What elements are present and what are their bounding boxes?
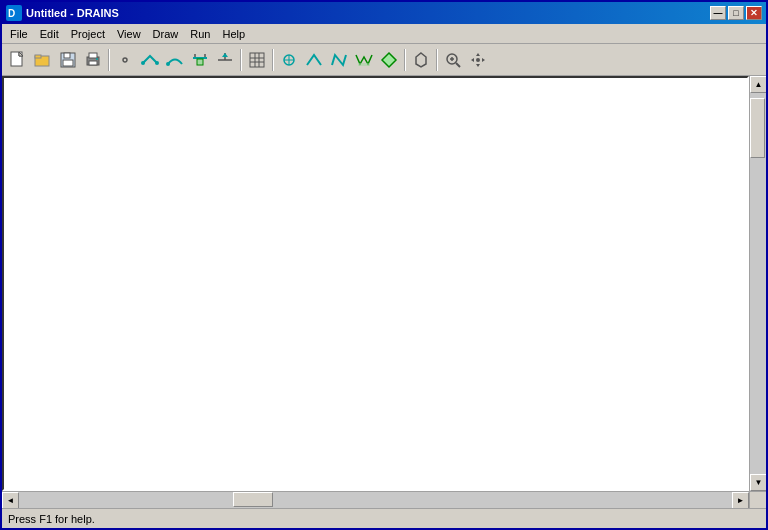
svg-point-12 bbox=[96, 58, 98, 60]
svg-rect-8 bbox=[63, 60, 73, 66]
scroll-down-button[interactable]: ▼ bbox=[750, 474, 766, 491]
pan-icon bbox=[469, 51, 487, 69]
open-button[interactable] bbox=[31, 48, 55, 72]
toolbar bbox=[2, 44, 766, 76]
status-text: Press F1 for help. bbox=[8, 513, 95, 525]
svg-text:D: D bbox=[8, 8, 15, 19]
separator-2 bbox=[240, 49, 242, 71]
pipe2-icon bbox=[305, 51, 323, 69]
save-icon bbox=[59, 51, 77, 69]
open-icon bbox=[34, 51, 52, 69]
svg-point-16 bbox=[166, 62, 170, 66]
svg-line-36 bbox=[456, 63, 460, 67]
weir-button[interactable] bbox=[188, 48, 212, 72]
pipe-button[interactable] bbox=[138, 48, 162, 72]
menu-run[interactable]: Run bbox=[184, 26, 216, 42]
svg-marker-33 bbox=[382, 53, 396, 67]
scrollbar-vertical: ▲ ▼ bbox=[749, 76, 766, 491]
pipe-icon bbox=[141, 51, 159, 69]
svg-point-13 bbox=[123, 58, 127, 62]
zoom-button[interactable] bbox=[441, 48, 465, 72]
scroll-right-button[interactable]: ► bbox=[732, 492, 749, 508]
menu-help[interactable]: Help bbox=[216, 26, 251, 42]
separator-3 bbox=[272, 49, 274, 71]
new-button[interactable] bbox=[6, 48, 30, 72]
svg-rect-32 bbox=[358, 63, 370, 66]
statusbar: Press F1 for help. bbox=[2, 508, 766, 528]
polygon-icon bbox=[412, 51, 430, 69]
svg-marker-23 bbox=[222, 53, 228, 57]
scroll-thumb-h[interactable] bbox=[233, 492, 273, 507]
close-button[interactable]: ✕ bbox=[746, 6, 762, 20]
grid-icon bbox=[248, 51, 266, 69]
pipe2-button[interactable] bbox=[302, 48, 326, 72]
menu-view[interactable]: View bbox=[111, 26, 147, 42]
pan-button[interactable] bbox=[466, 48, 490, 72]
channel-button[interactable] bbox=[163, 48, 187, 72]
svg-rect-18 bbox=[197, 59, 203, 65]
svg-point-14 bbox=[141, 61, 145, 65]
app-icon: D bbox=[6, 5, 22, 21]
canvas[interactable] bbox=[2, 76, 749, 491]
node-icon bbox=[280, 51, 298, 69]
menubar: File Edit Project View Draw Run Help bbox=[2, 24, 766, 44]
pump-button[interactable] bbox=[213, 48, 237, 72]
svg-rect-10 bbox=[89, 53, 97, 58]
save-button[interactable] bbox=[56, 48, 80, 72]
pump-icon bbox=[216, 51, 234, 69]
print-icon bbox=[84, 51, 102, 69]
scrollbar-corner bbox=[749, 492, 766, 508]
curve-icon bbox=[330, 51, 348, 69]
print-button[interactable] bbox=[81, 48, 105, 72]
polygon-button[interactable] bbox=[409, 48, 433, 72]
menu-draw[interactable]: Draw bbox=[147, 26, 185, 42]
separator-5 bbox=[436, 49, 438, 71]
grid-button[interactable] bbox=[245, 48, 269, 72]
maximize-button[interactable]: □ bbox=[728, 6, 744, 20]
weir-icon bbox=[191, 51, 209, 69]
scroll-up-button[interactable]: ▲ bbox=[750, 76, 766, 93]
window-title: Untitled - DRAINS bbox=[26, 7, 710, 19]
svg-point-15 bbox=[155, 61, 159, 65]
point-icon bbox=[116, 51, 134, 69]
minimize-button[interactable]: — bbox=[710, 6, 726, 20]
catchment-button[interactable] bbox=[377, 48, 401, 72]
channel-icon bbox=[166, 51, 184, 69]
svg-point-39 bbox=[476, 58, 480, 62]
zoom-icon bbox=[444, 51, 462, 69]
svg-rect-24 bbox=[250, 53, 264, 67]
node-button[interactable] bbox=[277, 48, 301, 72]
svg-rect-5 bbox=[35, 55, 41, 58]
separator-1 bbox=[108, 49, 110, 71]
point-button[interactable] bbox=[113, 48, 137, 72]
menu-file[interactable]: File bbox=[4, 26, 34, 42]
scrollbar-horizontal-container: ◄ ► bbox=[2, 491, 766, 508]
scroll-track-v[interactable] bbox=[750, 93, 766, 474]
scroll-track-h[interactable] bbox=[19, 492, 732, 508]
main-window: D Untitled - DRAINS — □ ✕ File Edit Proj… bbox=[0, 0, 768, 530]
menu-project[interactable]: Project bbox=[65, 26, 111, 42]
new-icon bbox=[9, 51, 27, 69]
valley-icon bbox=[355, 51, 373, 69]
svg-rect-7 bbox=[64, 53, 70, 58]
titlebar: D Untitled - DRAINS — □ ✕ bbox=[2, 2, 766, 24]
titlebar-buttons: — □ ✕ bbox=[710, 6, 762, 20]
scroll-left-button[interactable]: ◄ bbox=[2, 492, 19, 508]
valley-button[interactable] bbox=[352, 48, 376, 72]
svg-rect-11 bbox=[89, 61, 97, 65]
separator-4 bbox=[404, 49, 406, 71]
curve-button[interactable] bbox=[327, 48, 351, 72]
scroll-thumb-v[interactable] bbox=[750, 98, 765, 158]
catchment-icon bbox=[380, 51, 398, 69]
svg-marker-34 bbox=[416, 53, 426, 67]
menu-edit[interactable]: Edit bbox=[34, 26, 65, 42]
